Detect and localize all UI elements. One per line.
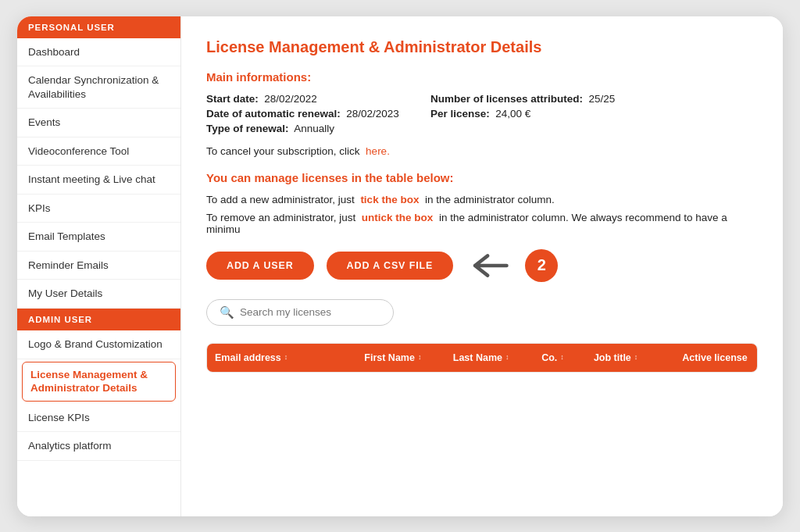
personal-user-header: PERSONAL USER (17, 16, 180, 38)
search-icon: 🔍 (220, 305, 234, 320)
sort-co-icon[interactable]: ↕ (560, 354, 564, 361)
info-col-right: Number of licenses attributed: 25/25 Per… (430, 93, 615, 137)
remove-admin-instruction: To remove an administrator, just untick … (206, 212, 758, 235)
auto-renewal-label: Date of automatic renewal: (206, 108, 341, 120)
start-date-row: Start date: 28/02/2022 (206, 93, 399, 105)
main-info-title: Main informations: (206, 70, 758, 84)
search-box[interactable]: 🔍 (206, 299, 394, 326)
add-csv-button[interactable]: ADD A CSV FILE (327, 252, 454, 280)
main-content: License Management & Administrator Detai… (181, 16, 783, 516)
search-row: 🔍 (206, 299, 758, 326)
sort-jobtitle-icon[interactable]: ↕ (634, 354, 638, 361)
sidebar-item-events[interactable]: Events (17, 109, 180, 137)
auto-renewal-row: Date of automatic renewal: 28/02/2023 (206, 108, 399, 120)
auto-renewal-value: 28/02/2023 (346, 108, 399, 120)
cancel-subscription-text: To cancel your subscription, click here. (206, 145, 758, 157)
tick-box-link[interactable]: tick the box (360, 194, 419, 205)
table-header-row: Email address ↕ First Name ↕ Last Name ↕… (207, 344, 757, 372)
add-admin-instruction: To add a new administrator, just tick th… (206, 194, 758, 205)
sidebar-item-license-kpis[interactable]: License KPIs (17, 404, 180, 433)
app-container: PERSONAL USER Dashboard Calendar Synchro… (17, 16, 783, 516)
renewal-type-label: Type of renewal: (206, 123, 289, 134)
th-firstname[interactable]: First Name ↕ (356, 344, 445, 372)
page-title: License Management & Administrator Detai… (206, 38, 758, 56)
cancel-here-link[interactable]: here. (366, 145, 390, 157)
sort-email-icon[interactable]: ↕ (284, 354, 288, 361)
num-licenses-value: 25/25 (588, 93, 615, 105)
search-input[interactable] (240, 306, 380, 318)
sort-firstname-icon[interactable]: ↕ (418, 354, 422, 361)
sidebar-item-reminder-emails[interactable]: Reminder Emails (17, 252, 180, 280)
sidebar-item-videoconference[interactable]: Videoconference Tool (17, 137, 180, 166)
sidebar-item-my-user-details[interactable]: My User Details (17, 280, 180, 309)
action-buttons-row: ADD A USER ADD A CSV FILE 2 (206, 249, 758, 282)
info-col-left: Start date: 28/02/2022 Date of automatic… (206, 93, 399, 137)
sidebar-item-dashboard[interactable]: Dashboard (17, 38, 180, 67)
th-active-license[interactable]: Active license (674, 344, 757, 372)
licenses-table: Email address ↕ First Name ↕ Last Name ↕… (206, 343, 758, 373)
start-date-label: Start date: (206, 93, 259, 105)
sidebar-item-calendar-sync[interactable]: Calendar Synchronization & Availabilitie… (17, 66, 180, 109)
add-user-button[interactable]: ADD A USER (206, 252, 314, 280)
renewal-type-row: Type of renewal: Annually (206, 123, 399, 134)
admin-user-header: ADMIN USER (17, 309, 180, 330)
num-licenses-label: Number of licenses attributed: (430, 93, 583, 105)
step-badge: 2 (525, 249, 558, 282)
th-jobtitle[interactable]: Job title ↕ (586, 344, 674, 372)
th-co[interactable]: Co. ↕ (534, 344, 586, 372)
renewal-type-value: Annually (294, 123, 334, 134)
sidebar-item-license-management[interactable]: License Management & Administrator Detai… (22, 362, 176, 402)
sidebar-item-logo-brand[interactable]: Logo & Brand Customization (17, 330, 180, 359)
sidebar-item-kpis[interactable]: KPIs (17, 195, 180, 223)
start-date-value: 28/02/2022 (264, 93, 317, 105)
per-license-value: 24,00 € (495, 108, 530, 120)
arrow-indicator (466, 250, 512, 281)
num-licenses-row: Number of licenses attributed: 25/25 (430, 93, 615, 105)
th-lastname[interactable]: Last Name ↕ (445, 344, 534, 372)
th-email[interactable]: Email address ↕ (207, 344, 356, 372)
sidebar-item-analytics[interactable]: Analytics platform (17, 432, 180, 461)
info-grid: Start date: 28/02/2022 Date of automatic… (206, 93, 758, 137)
per-license-row: Per license: 24,00 € (430, 108, 615, 120)
sidebar-item-email-templates[interactable]: Email Templates (17, 223, 180, 252)
untick-box-link[interactable]: untick the box (362, 212, 434, 223)
per-license-label: Per license: (430, 108, 490, 120)
sidebar-item-instant-meeting[interactable]: Instant meeting & Live chat (17, 166, 180, 195)
sidebar: PERSONAL USER Dashboard Calendar Synchro… (17, 16, 181, 516)
sort-lastname-icon[interactable]: ↕ (505, 354, 509, 361)
manage-licenses-title: You can manage licenses in the table bel… (206, 171, 758, 184)
